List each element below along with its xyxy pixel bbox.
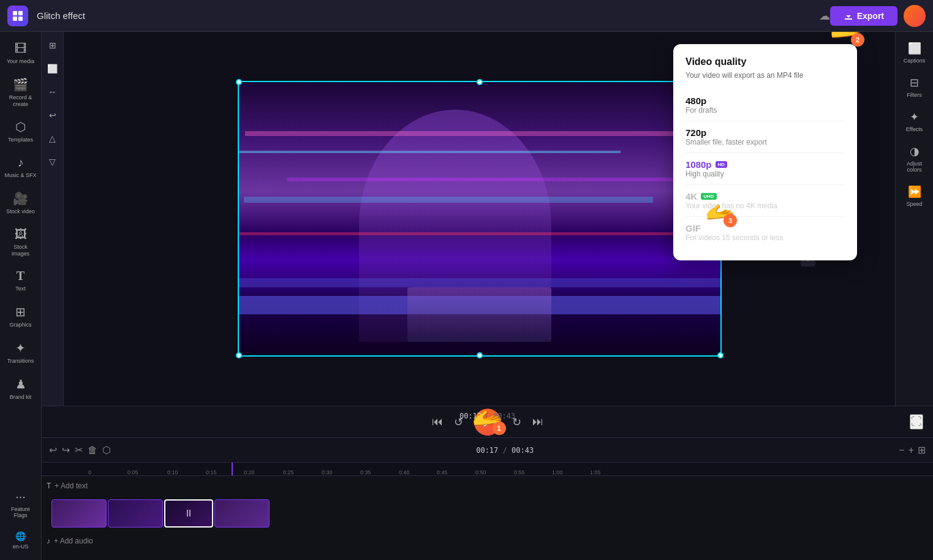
handle-top-left[interactable] xyxy=(236,79,242,85)
record-create-icon: 🎬 xyxy=(13,77,28,92)
playhead xyxy=(232,463,233,475)
sidebar-item-music-sfx[interactable]: ♪ Music & SFX xyxy=(2,151,39,184)
playback-controls: ⏮ ↺ ▶ 🫴 1 ↻ ⏭ 00:17 / 00:43 ⛶ xyxy=(42,406,933,437)
topbar: Glitch effect ☁ Export xyxy=(0,0,933,32)
quality-option-720p[interactable]: 720p Smaller file, faster export xyxy=(686,121,845,153)
effects-icon: ✦ xyxy=(910,110,919,124)
hd-badge: HD xyxy=(716,161,728,168)
video-clip-1[interactable] xyxy=(51,499,107,528)
center-content: ⊞ ⬜ ↔ ↩ △ ▽ xyxy=(42,32,933,560)
sidebar-item-your-media[interactable]: 🎞 Your media xyxy=(2,37,39,70)
graphics-icon: ⊞ xyxy=(15,305,26,319)
left-sidebar: 🎞 Your media 🎬 Record &create ⬡ Template… xyxy=(0,32,42,560)
captions-icon: ⬜ xyxy=(908,42,921,55)
text-track-row: T + Add text xyxy=(47,476,928,496)
quality-option-1080p[interactable]: 1080p HD High quality xyxy=(686,153,845,185)
project-title: Glitch effect xyxy=(37,10,814,21)
video-clip-4[interactable] xyxy=(214,499,270,528)
svg-rect-1 xyxy=(18,11,23,15)
stock-video-icon: 🎥 xyxy=(13,191,28,206)
handle-bottom-mid[interactable] xyxy=(477,352,483,358)
main-content: 🎞 Your media 🎬 Record &create ⬡ Template… xyxy=(0,32,933,560)
send-back-btn[interactable]: ▽ xyxy=(44,153,61,170)
feature-flags-icon: ··· xyxy=(15,490,26,504)
brand-kit-icon: ♟ xyxy=(15,377,26,392)
right-sidebar-item-speed[interactable]: ⏩ Speed xyxy=(897,180,932,212)
handle-bottom-left[interactable] xyxy=(236,352,242,358)
cloud-save-icon: ☁ xyxy=(819,9,830,23)
music-sfx-icon: ♪ xyxy=(18,156,24,170)
transitions-icon: ✦ xyxy=(15,341,26,355)
quality-option-480p[interactable]: 480p For drafts xyxy=(686,89,845,121)
uhd-badge: UHD xyxy=(701,193,716,200)
quality-option-4k[interactable]: 4K UHD Your video has no 4K media xyxy=(686,185,845,217)
right-sidebar: ⬜ Captions ⊟ Filters ✦ Effects ◑ Adjustc… xyxy=(895,32,933,406)
sidebar-item-en-us[interactable]: 🌐 en-US xyxy=(2,526,39,555)
sidebar-item-record-create[interactable]: 🎬 Record &create xyxy=(2,72,39,113)
clip-pause-icon: ⏸ xyxy=(184,508,194,519)
video-frame xyxy=(239,82,720,355)
sidebar-item-brand-kit[interactable]: ♟ Brand kit xyxy=(2,372,39,406)
crop-btn[interactable]: ⬜ xyxy=(44,60,61,77)
add-text-label[interactable]: + Add text xyxy=(55,482,88,490)
handle-top-mid[interactable] xyxy=(477,79,483,85)
language-icon: 🌐 xyxy=(15,531,26,541)
zoom-in-btn[interactable]: + xyxy=(908,444,914,456)
quality-option-gif[interactable]: GIF For videos 15 seconds or less xyxy=(686,217,845,248)
redo-timeline-btn[interactable]: ↪ xyxy=(62,444,70,456)
svg-rect-0 xyxy=(13,11,17,15)
video-preview xyxy=(238,81,722,357)
quality-popup: Video quality Your video will export as … xyxy=(673,44,857,260)
sidebar-item-feature-flags[interactable]: ··· FeatureFlags xyxy=(2,485,39,524)
sidebar-item-transitions[interactable]: ✦ Transitions xyxy=(2,336,39,369)
text-track-icon: T xyxy=(47,482,51,490)
skip-forward-button[interactable]: ⏭ xyxy=(532,415,543,428)
timeline-toolbar: ↩ ↪ ✂ 🗑 ⬡ 00:17 / 00:43 − + ⊞ xyxy=(42,438,933,463)
flip-btn[interactable]: △ xyxy=(44,130,61,147)
undo-btn[interactable]: ↩ xyxy=(44,107,61,124)
right-sidebar-item-filters[interactable]: ⊟ Filters xyxy=(897,71,932,103)
timestamp-display: 00:17 / 00:43 xyxy=(459,410,515,421)
timeline-timestamp: 00:17 / 00:43 xyxy=(476,446,534,455)
sidebar-item-text[interactable]: T Text xyxy=(2,264,39,297)
delete-btn[interactable]: 🗑 xyxy=(88,445,97,456)
transform-btn[interactable]: ↔ xyxy=(44,83,61,100)
speed-icon: ⏩ xyxy=(908,185,921,199)
skip-back-button[interactable]: ⏮ xyxy=(432,415,443,428)
right-sidebar-item-effects[interactable]: ✦ Effects xyxy=(897,105,932,137)
right-sidebar-item-captions[interactable]: ⬜ Captions xyxy=(897,37,932,69)
export-button[interactable]: Export xyxy=(830,6,897,26)
video-clip-3[interactable]: ⏸ xyxy=(164,499,213,528)
fullscreen-button[interactable]: ⛶ xyxy=(910,414,923,429)
undo-timeline-btn[interactable]: ↩ xyxy=(49,444,57,456)
zoom-out-btn[interactable]: − xyxy=(899,444,904,456)
stock-images-icon: 🖼 xyxy=(15,227,27,241)
right-sidebar-item-adjust-colors[interactable]: ◑ Adjustcolors xyxy=(897,140,932,178)
quality-popup-subtitle: Your video will export as an MP4 file xyxy=(686,71,845,80)
canvas-toolbar: ⊞ ⬜ ↔ ↩ △ ▽ xyxy=(42,32,64,406)
fit-timeline-btn[interactable]: ⊞ xyxy=(918,444,926,456)
sidebar-item-stock-video[interactable]: 🎥 Stock video xyxy=(2,186,39,220)
filters-icon: ⊟ xyxy=(910,76,919,89)
svg-rect-2 xyxy=(13,17,17,21)
video-track: ⏸ xyxy=(47,498,928,529)
zoom-controls: − + ⊞ xyxy=(899,444,926,456)
user-avatar[interactable] xyxy=(904,5,926,27)
sidebar-item-stock-images[interactable]: 🖼 Stockimages xyxy=(2,222,39,262)
quality-popup-title: Video quality xyxy=(686,56,845,67)
video-clip-2[interactable] xyxy=(108,499,163,528)
text-icon: T xyxy=(17,269,25,283)
app-logo xyxy=(7,6,28,26)
sidebar-item-graphics[interactable]: ⊞ Graphics xyxy=(2,300,39,333)
canvas-area: 🫴 3 Video quality Your video will export… xyxy=(64,32,895,406)
duplicate-btn[interactable]: ⬡ xyxy=(102,444,111,456)
cut-btn[interactable]: ✂ xyxy=(75,444,83,456)
sidebar-item-templates[interactable]: ⬡ Templates xyxy=(2,115,39,148)
audio-track-icon: ♪ xyxy=(47,537,50,545)
add-audio-label[interactable]: + Add audio xyxy=(54,537,93,545)
svg-rect-3 xyxy=(18,17,23,21)
fit-screen-btn[interactable]: ⊞ xyxy=(44,37,61,54)
audio-track-row: ♪ + Add audio xyxy=(47,531,928,551)
handle-bottom-right[interactable] xyxy=(717,352,723,358)
templates-icon: ⬡ xyxy=(15,119,26,134)
